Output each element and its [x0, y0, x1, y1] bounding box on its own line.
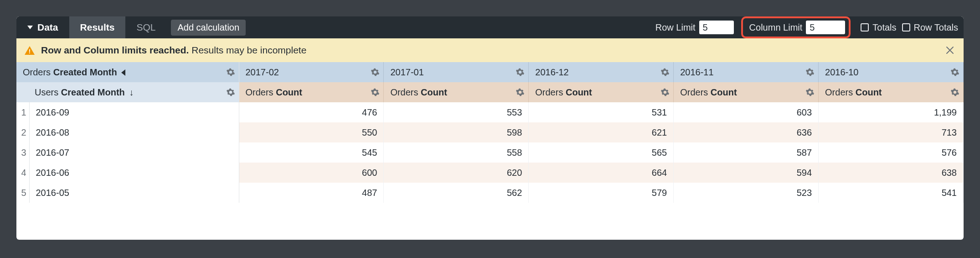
row-limit-group: Row Limit	[655, 21, 734, 34]
table-row: 1 2016-09 476 553 531 603 1,199	[16, 102, 964, 122]
row-totals-label: Row Totals	[914, 22, 958, 33]
cell-value[interactable]: 621	[529, 122, 674, 142]
row-limit-label: Row Limit	[655, 22, 696, 33]
measure-prefix: Orders	[825, 87, 856, 97]
table-row: 4 2016-06 600 620 664 594 638	[16, 163, 964, 183]
cell-value[interactable]: 664	[529, 163, 674, 183]
row-label[interactable]: 2016-06	[29, 163, 239, 183]
measure-col-3[interactable]: Orders Count	[674, 82, 819, 102]
row-number: 5	[16, 183, 29, 203]
cell-value[interactable]: 636	[674, 122, 819, 142]
gear-icon[interactable]	[371, 88, 380, 97]
results-panel: Data Results SQL Add calculation Row Lim…	[16, 16, 964, 240]
row-label[interactable]: 2016-08	[29, 122, 239, 142]
cell-value[interactable]: 1,199	[819, 102, 964, 122]
gear-icon[interactable]	[371, 68, 380, 77]
row-dimension-header[interactable]: Users Created Month ↓	[16, 82, 239, 102]
measure-bold: Count	[421, 87, 447, 97]
table-row: 2 2016-08 550 598 621 636 713	[16, 122, 964, 142]
pivot-dim-bold: Created Month	[53, 67, 117, 77]
row-label[interactable]: 2016-09	[29, 102, 239, 122]
gear-icon[interactable]	[516, 68, 525, 77]
cell-value[interactable]: 562	[384, 183, 529, 203]
add-calculation-button[interactable]: Add calculation	[171, 20, 246, 36]
banner-rest: Results may be incomplete	[189, 45, 306, 55]
cell-value[interactable]: 550	[239, 122, 384, 142]
pivot-col-3[interactable]: 2016-11	[674, 62, 819, 82]
cell-value[interactable]: 545	[239, 142, 384, 163]
column-limit-input[interactable]	[806, 21, 845, 34]
gear-icon[interactable]	[226, 88, 235, 97]
row-label[interactable]: 2016-07	[29, 142, 239, 163]
cell-value[interactable]: 638	[819, 163, 964, 183]
cell-value[interactable]: 541	[819, 183, 964, 203]
gear-icon[interactable]	[226, 68, 235, 77]
tab-sql-label: SQL	[136, 22, 155, 33]
tab-results[interactable]: Results	[69, 16, 126, 38]
close-icon	[944, 45, 955, 56]
column-limit-label: Column Limit	[749, 22, 803, 33]
pivot-col-3-label: 2016-11	[680, 67, 713, 77]
pivot-col-4[interactable]: 2016-10	[819, 62, 964, 82]
pivot-col-2[interactable]: 2016-12	[529, 62, 674, 82]
cell-value[interactable]: 587	[674, 142, 819, 163]
cell-value[interactable]: 603	[674, 102, 819, 122]
row-label[interactable]: 2016-05	[29, 183, 239, 203]
cell-value[interactable]: 598	[384, 122, 529, 142]
gear-icon[interactable]	[805, 88, 815, 97]
measure-col-1[interactable]: Orders Count	[384, 82, 529, 102]
cell-value[interactable]: 594	[674, 163, 819, 183]
cell-value[interactable]: 620	[384, 163, 529, 183]
row-number: 1	[16, 102, 29, 122]
measure-col-4[interactable]: Orders Count	[819, 82, 964, 102]
pivot-dimension-header[interactable]: Orders Created Month	[16, 62, 239, 82]
pivot-col-2-label: 2016-12	[535, 67, 568, 77]
gear-icon[interactable]	[516, 88, 525, 97]
caret-down-icon	[27, 26, 33, 29]
measure-prefix: Orders	[535, 87, 566, 97]
gear-icon[interactable]	[950, 88, 959, 97]
banner-bold: Row and Column limits reached.	[41, 45, 189, 55]
measure-bold: Count	[856, 87, 882, 97]
column-limit-highlight: Column Limit	[741, 16, 851, 38]
pivot-header-row: Orders Created Month 2017-02 2017-01 201…	[16, 62, 964, 82]
row-limit-input[interactable]	[699, 21, 734, 34]
totals-checkbox[interactable]	[861, 23, 869, 32]
tab-sql[interactable]: SQL	[125, 16, 166, 38]
measure-prefix: Orders	[680, 87, 711, 97]
row-totals-checkbox[interactable]	[902, 23, 910, 32]
banner-text: Row and Column limits reached. Results m…	[41, 45, 306, 56]
pivot-col-4-label: 2016-10	[825, 67, 858, 77]
row-number: 4	[16, 163, 29, 183]
cell-value[interactable]: 476	[239, 102, 384, 122]
banner-close-button[interactable]	[944, 45, 955, 56]
cell-value[interactable]: 579	[529, 183, 674, 203]
tab-data-label: Data	[37, 22, 58, 33]
cell-value[interactable]: 565	[529, 142, 674, 163]
measure-bold: Count	[566, 87, 592, 97]
gear-icon[interactable]	[660, 88, 670, 97]
pivot-col-0[interactable]: 2017-02	[239, 62, 384, 82]
gear-icon[interactable]	[950, 68, 959, 77]
tab-results-label: Results	[80, 22, 115, 33]
row-number: 3	[16, 142, 29, 163]
cell-value[interactable]: 600	[239, 163, 384, 183]
cell-value[interactable]: 558	[384, 142, 529, 163]
measure-prefix: Orders	[246, 87, 276, 97]
gear-icon[interactable]	[660, 68, 670, 77]
cell-value[interactable]: 487	[239, 183, 384, 203]
measure-bold: Count	[276, 87, 302, 97]
warning-icon	[25, 46, 35, 55]
pivot-col-1[interactable]: 2017-01	[384, 62, 529, 82]
cell-value[interactable]: 553	[384, 102, 529, 122]
cell-value[interactable]: 713	[819, 122, 964, 142]
cell-value[interactable]: 523	[674, 183, 819, 203]
cell-value[interactable]: 531	[529, 102, 674, 122]
chevron-left-icon	[121, 69, 125, 76]
measure-col-0[interactable]: Orders Count	[239, 82, 384, 102]
cell-value[interactable]: 576	[819, 142, 964, 163]
measure-col-2[interactable]: Orders Count	[529, 82, 674, 102]
tab-data[interactable]: Data	[22, 16, 69, 38]
measure-header-row: Users Created Month ↓ Orders Count Order…	[16, 82, 964, 102]
gear-icon[interactable]	[805, 68, 815, 77]
